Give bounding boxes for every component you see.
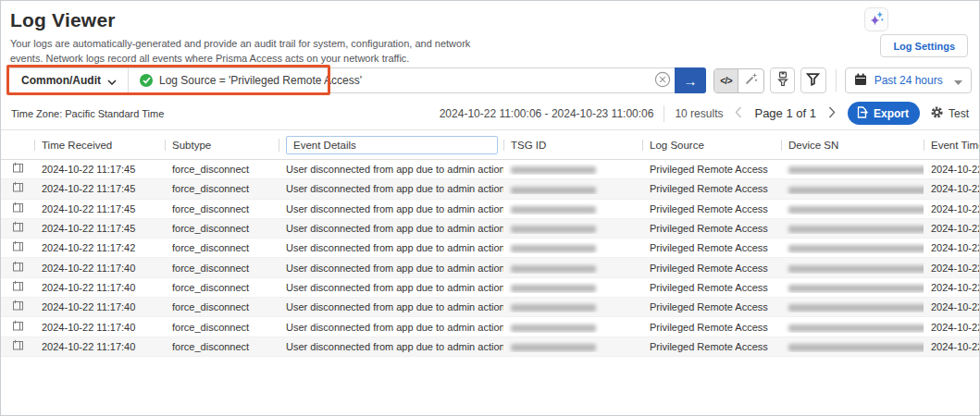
next-page-button[interactable] xyxy=(826,106,837,121)
table-row[interactable]: 2024-10-22 11:17:45 force_disconnect Use… xyxy=(1,160,979,179)
cell-log-source: Privileged Remote Access xyxy=(642,341,781,352)
cell-time-received: 2024-10-22 11:17:40 xyxy=(34,301,165,312)
query-input[interactable] xyxy=(371,68,651,92)
filter-expression-chip[interactable]: Log Source = 'Privileged Remote Access' xyxy=(129,74,371,87)
magic-wand-icon xyxy=(744,72,758,90)
redacted-value xyxy=(788,187,924,194)
view-log-details-button[interactable] xyxy=(12,339,24,354)
cell-device-sn-redacted xyxy=(781,183,924,194)
log-details-icon xyxy=(12,300,24,314)
view-log-details-button[interactable] xyxy=(12,181,24,196)
column-header-tsg-id[interactable]: TSG ID xyxy=(503,140,642,151)
cell-time-received: 2024-10-22 11:17:45 xyxy=(34,183,165,194)
view-log-details-button[interactable] xyxy=(12,300,24,314)
view-log-details-button[interactable] xyxy=(12,240,24,255)
table-row[interactable]: 2024-10-22 11:17:45 force_disconnect Use… xyxy=(1,219,979,239)
redacted-value xyxy=(788,245,924,252)
redacted-value xyxy=(511,265,596,273)
cell-subtype: force_disconnect xyxy=(165,282,279,293)
log-details-icon xyxy=(12,280,24,295)
view-log-details-button[interactable] xyxy=(12,162,24,177)
cell-time-received: 2024-10-22 11:17:40 xyxy=(34,341,165,352)
view-log-details-button[interactable] xyxy=(12,221,24,236)
redacted-value xyxy=(788,265,924,273)
log-details-icon xyxy=(12,181,24,196)
copilot-button[interactable] xyxy=(864,7,888,31)
event-details-header-focus-box[interactable]: Event Details xyxy=(286,136,498,154)
view-log-details-button[interactable] xyxy=(12,280,24,295)
cell-event-time: 2024-10-22 xyxy=(924,263,979,274)
redacted-value xyxy=(788,324,924,332)
column-header-event-details[interactable]: Event Details xyxy=(279,136,503,154)
export-button[interactable]: Export xyxy=(848,102,920,125)
cell-log-source: Privileged Remote Access xyxy=(642,322,781,333)
clear-query-button[interactable] xyxy=(651,68,675,92)
column-header-event-time[interactable]: Event Time xyxy=(924,140,979,151)
table-row[interactable]: 2024-10-22 11:17:45 force_disconnect Use… xyxy=(1,200,979,219)
redacted-value xyxy=(788,206,924,214)
table-row[interactable]: 2024-10-22 11:17:40 force_disconnect Use… xyxy=(1,298,979,317)
log-settings-button[interactable]: Log Settings xyxy=(880,34,968,57)
clear-circle-icon xyxy=(654,71,671,91)
redacted-value xyxy=(788,285,924,292)
cell-subtype: force_disconnect xyxy=(165,183,279,194)
filter-expression-text: Log Source = 'Privileged Remote Access' xyxy=(159,74,362,87)
cell-time-received: 2024-10-22 11:17:40 xyxy=(34,282,165,293)
log-details-icon xyxy=(12,320,24,335)
prev-page-button[interactable] xyxy=(733,106,744,121)
test-button[interactable]: Test xyxy=(930,105,969,122)
redacted-value xyxy=(511,304,596,312)
cell-event-details: User disconnected from app due to admin … xyxy=(279,183,503,194)
log-type-dropdown[interactable]: Common/Audit xyxy=(9,68,129,92)
cell-event-details: User disconnected from app due to admin … xyxy=(279,341,503,352)
query-mode-toggle: </> xyxy=(713,68,764,93)
cell-event-details: User disconnected from app due to admin … xyxy=(279,263,503,274)
arrow-right-icon: → xyxy=(684,74,698,88)
assisted-mode-button[interactable] xyxy=(738,69,763,92)
view-log-details-button[interactable] xyxy=(12,261,24,275)
cell-event-time: 2024-10-22 xyxy=(924,341,979,352)
cell-subtype: force_disconnect xyxy=(165,263,279,274)
cell-subtype: force_disconnect xyxy=(165,223,279,234)
table-row[interactable]: 2024-10-22 11:17:42 force_disconnect Use… xyxy=(1,239,979,258)
code-mode-button[interactable]: </> xyxy=(714,69,738,92)
cell-row-actions xyxy=(1,181,34,196)
cell-tsg-id-redacted xyxy=(503,203,642,214)
results-count: 10 results xyxy=(675,107,723,120)
redacted-value xyxy=(788,344,924,351)
cell-row-actions xyxy=(1,240,34,255)
cell-event-details: User disconnected from app due to admin … xyxy=(279,203,503,214)
column-header-subtype[interactable]: Subtype xyxy=(165,140,279,151)
save-filter-button[interactable] xyxy=(770,67,795,93)
table-row[interactable]: 2024-10-22 11:17:40 force_disconnect Use… xyxy=(1,337,979,357)
status-divider xyxy=(664,105,664,122)
view-log-details-button[interactable] xyxy=(12,320,24,335)
table-row[interactable]: 2024-10-22 11:17:40 force_disconnect Use… xyxy=(1,258,979,277)
cell-event-time: 2024-10-22 xyxy=(924,223,979,234)
column-header-log-source[interactable]: Log Source xyxy=(642,140,781,151)
status-row: Time Zone: Pacific Standard Time 2024-10… xyxy=(1,97,979,129)
cell-device-sn-redacted xyxy=(781,322,924,333)
table-row[interactable]: 2024-10-22 11:17:40 force_disconnect Use… xyxy=(1,278,979,298)
column-header-time-received[interactable]: Time Received xyxy=(34,140,165,151)
log-details-icon xyxy=(12,240,24,255)
funnel-icon xyxy=(806,72,820,89)
filter-button[interactable] xyxy=(800,67,825,93)
redacted-value xyxy=(511,324,596,332)
run-query-button[interactable]: → xyxy=(675,67,706,93)
cell-time-received: 2024-10-22 11:17:45 xyxy=(34,223,165,234)
cell-time-received: 2024-10-22 11:17:45 xyxy=(34,164,165,175)
view-log-details-button[interactable] xyxy=(12,202,24,216)
redacted-value xyxy=(511,226,596,233)
cell-device-sn-redacted xyxy=(781,263,924,274)
cell-log-source: Privileged Remote Access xyxy=(642,183,781,194)
time-range-dropdown[interactable]: Past 24 hours xyxy=(845,67,972,93)
cell-row-actions xyxy=(1,280,34,295)
log-details-icon xyxy=(12,202,24,216)
log-details-icon xyxy=(12,339,24,354)
column-header-device-sn[interactable]: Device SN xyxy=(781,140,924,151)
cell-time-received: 2024-10-22 11:17:42 xyxy=(34,242,165,253)
table-row[interactable]: 2024-10-22 11:17:40 force_disconnect Use… xyxy=(1,317,979,336)
table-row[interactable]: 2024-10-22 11:17:45 force_disconnect Use… xyxy=(1,179,979,199)
cell-event-details: User disconnected from app due to admin … xyxy=(279,282,503,293)
